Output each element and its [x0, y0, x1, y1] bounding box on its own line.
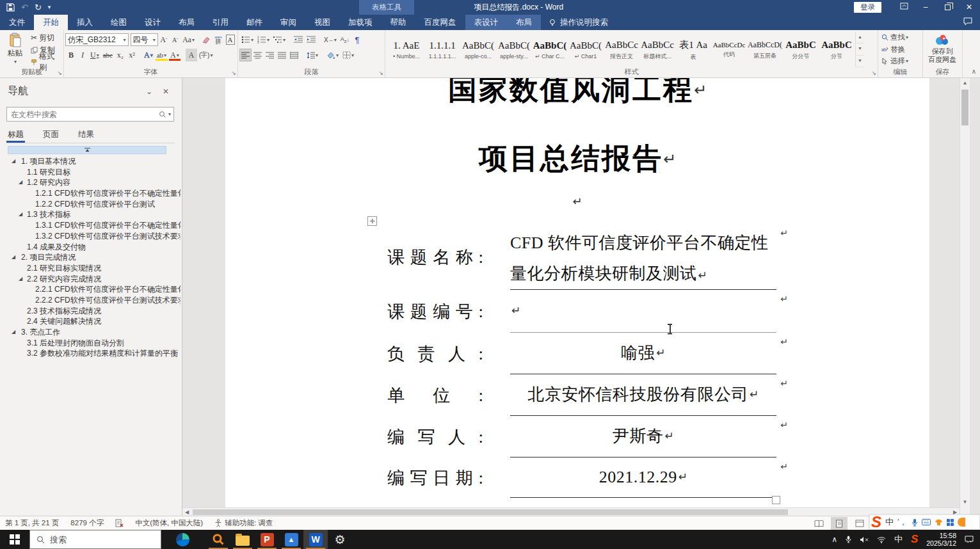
nav-options-chevron-icon[interactable]: ⌄: [141, 87, 157, 96]
redo-icon[interactable]: ↻: [35, 0, 42, 15]
nav-heading[interactable]: ◢2.2 研究内容完成情况: [0, 274, 181, 285]
format-painter-button[interactable]: 格式刷: [29, 56, 62, 68]
nav-heading[interactable]: 2.1 研究目标实现情况: [0, 263, 181, 274]
page-indicator[interactable]: 第 1 页, 共 21 页: [5, 518, 59, 528]
numbering-button[interactable]: 123▾: [255, 33, 271, 46]
style-item[interactable]: AaBbC(↵ Char1: [568, 33, 603, 67]
taskbar-settings-button[interactable]: ⚙: [328, 530, 352, 549]
tab-home[interactable]: 开始: [34, 15, 68, 30]
table-row[interactable]: 编写人: 尹斯奇↵ ↵: [387, 416, 776, 458]
ime-mode-button[interactable]: 中: [885, 516, 894, 528]
microphone-icon[interactable]: [846, 536, 851, 543]
tab-references[interactable]: 引用: [204, 15, 237, 30]
taskbar-search-box[interactable]: [29, 530, 161, 549]
nav-search-box[interactable]: ▾: [6, 107, 174, 122]
taskbar-powerpoint-button[interactable]: P: [255, 530, 279, 549]
nav-heading[interactable]: 1.2.2 CFD软件可信度评价平台测试: [0, 199, 181, 210]
styles-dialog-launcher[interactable]: ↘: [871, 70, 876, 76]
decrease-indent-button[interactable]: [292, 33, 305, 46]
collapse-triangle-icon[interactable]: ◢: [19, 177, 22, 188]
sign-in-button[interactable]: 登录: [854, 2, 881, 13]
save-icon[interactable]: [6, 3, 15, 12]
style-item[interactable]: AaBbC(apple-sty...: [497, 33, 531, 67]
highlight-color-button[interactable]: ab▾: [155, 49, 168, 61]
collapse-triangle-icon[interactable]: ◢: [19, 209, 22, 220]
change-case-button[interactable]: Aa▾: [181, 33, 197, 46]
table-move-handle[interactable]: ✛: [367, 216, 377, 226]
enclose-characters-button[interactable]: (字)▾: [197, 49, 215, 61]
nav-heading[interactable]: 3.1 后处理封闭物面自动分割: [0, 338, 181, 349]
character-border-button[interactable]: A: [224, 33, 236, 46]
ime-keyboard-icon[interactable]: [922, 519, 931, 525]
undo-icon[interactable]: ↶: [21, 0, 28, 15]
collapse-triangle-icon[interactable]: ◢: [12, 327, 15, 338]
read-mode-button[interactable]: [810, 517, 827, 530]
cut-button[interactable]: ✂剪切: [29, 32, 62, 44]
field-value[interactable]: 尹斯奇↵: [510, 416, 776, 458]
table-resize-handle[interactable]: [772, 496, 780, 504]
save-to-baidu-button[interactable]: 保存到 百度网盘: [924, 32, 960, 67]
nav-heading[interactable]: 1.4 成果及交付物: [0, 242, 181, 253]
nav-heading[interactable]: ◢3. 亮点工作: [0, 327, 181, 338]
word-count[interactable]: 8279 个字: [70, 518, 104, 528]
field-value[interactable]: 2021.12.29↵: [510, 458, 776, 498]
multilevel-list-button[interactable]: ▾: [271, 33, 287, 46]
align-center-button[interactable]: [252, 49, 264, 61]
borders-button[interactable]: ▾: [341, 49, 356, 61]
feedback-icon[interactable]: [963, 17, 972, 27]
collapse-triangle-icon[interactable]: ◢: [12, 156, 15, 167]
web-layout-button[interactable]: [851, 517, 868, 530]
collapse-triangle-icon[interactable]: ◢: [19, 274, 22, 285]
style-item[interactable]: AaBbCc标题样式...: [640, 33, 675, 67]
nav-heading[interactable]: 1.3.1 CFD软件可信度评价平台不确定性量化...: [0, 220, 181, 231]
nav-tab-pages[interactable]: 页面: [42, 129, 60, 143]
table-row[interactable]: 课题编号: ↵ ↵: [387, 290, 776, 333]
styles-scroll-up-icon[interactable]: ▲: [856, 32, 864, 44]
nav-heading[interactable]: 3.2 参数校准功能对结果精度和计算量的平衡: [0, 348, 181, 359]
horizontal-scrollbar[interactable]: ◀ ▶: [182, 507, 960, 516]
style-item[interactable]: AaBbC(apple-co...: [461, 33, 495, 67]
tab-mailings[interactable]: 邮件: [237, 15, 271, 30]
taskbar-explorer-button[interactable]: [230, 530, 255, 549]
minimize-button[interactable]: –: [915, 0, 936, 15]
nav-heading[interactable]: 1.1 研究目标: [0, 167, 181, 178]
hidden-icons-chevron-icon[interactable]: ∧: [831, 535, 837, 544]
paste-button[interactable]: 粘贴 ▾: [3, 33, 28, 67]
styles-scroll-down-icon[interactable]: ▼: [856, 44, 864, 55]
shading-button[interactable]: ▾: [325, 49, 341, 61]
text-effects-button[interactable]: A▾: [142, 49, 155, 61]
sogou-tray-icon[interactable]: S: [911, 533, 918, 546]
speaker-muted-icon[interactable]: [860, 536, 869, 543]
search-icon[interactable]: [159, 111, 166, 118]
vertical-scroll-thumb[interactable]: [961, 90, 968, 125]
nav-search-input[interactable]: [7, 110, 156, 119]
font-size-combo[interactable]: 四号▾: [131, 33, 158, 46]
collapse-ribbon-icon[interactable]: ∧: [972, 68, 976, 75]
nav-heading[interactable]: ◢2. 项目完成情况: [0, 252, 181, 263]
nav-heading[interactable]: 1.3.2 CFD软件可信度评价平台测试技术要求: [0, 231, 181, 242]
field-value[interactable]: CFD 软件可信度评价平台不确定性量化分析模块研制及测试↵: [510, 224, 776, 290]
scroll-left-icon[interactable]: ◀: [182, 508, 191, 516]
ribbon-display-options-icon[interactable]: [893, 0, 915, 15]
restore-button[interactable]: [936, 0, 958, 15]
tab-baidu-netdisk[interactable]: 百度网盘: [415, 15, 465, 30]
language-indicator[interactable]: 中文(简体, 中国大陆): [135, 518, 203, 528]
nav-tab-results[interactable]: 结果: [77, 129, 95, 143]
asian-layout-button[interactable]: X↔▾: [322, 33, 339, 46]
underline-button[interactable]: U▾: [88, 49, 101, 61]
tab-addins[interactable]: 加载项: [339, 15, 382, 30]
justify-button[interactable]: [276, 49, 288, 61]
align-right-button[interactable]: [264, 49, 276, 61]
style-item[interactable]: 1. AaE• Numbe...: [389, 33, 424, 67]
nav-heading[interactable]: 2.4 关键问题解决情况: [0, 316, 181, 327]
bullets-button[interactable]: ▾: [239, 33, 255, 46]
nav-heading[interactable]: 2.3 技术指标完成情况: [0, 306, 181, 317]
jump-to-top-strip[interactable]: [8, 146, 166, 154]
font-dialog-launcher[interactable]: ↘: [231, 70, 236, 76]
nav-heading[interactable]: 2.2.2 CFD软件可信度评价平台测试技术要求: [0, 295, 181, 306]
style-item[interactable]: AaBbCc报告正文: [604, 33, 639, 67]
taskbar-word-button[interactable]: W: [303, 530, 328, 549]
table-row[interactable]: 负责人: 喻强↵ ↵: [387, 333, 776, 374]
phonetic-guide-button[interactable]: wén拼: [213, 33, 224, 46]
sogou-logo-icon[interactable]: S: [871, 515, 881, 529]
